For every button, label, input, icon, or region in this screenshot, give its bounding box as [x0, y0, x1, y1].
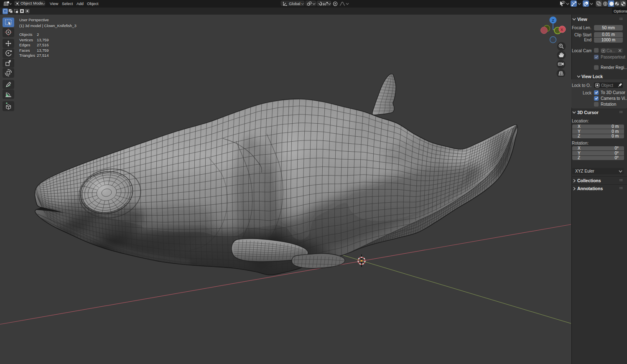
- svg-text:X: X: [561, 28, 563, 32]
- svg-text:Z: Z: [552, 18, 554, 23]
